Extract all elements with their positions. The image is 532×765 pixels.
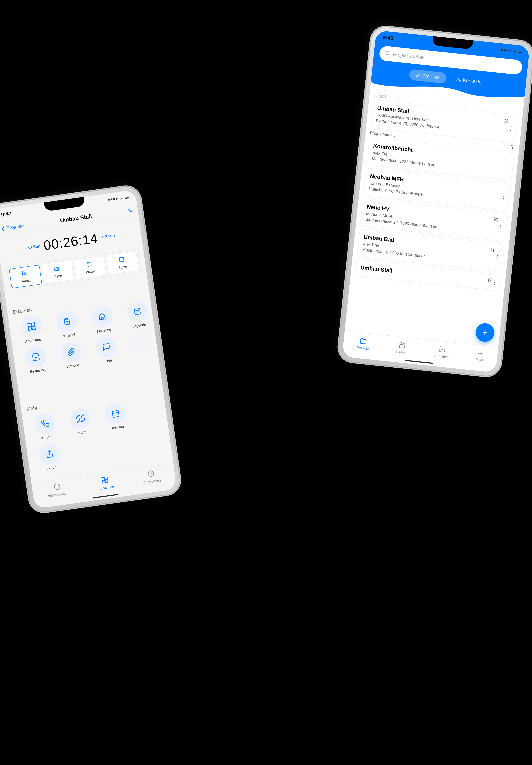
- auswertung-icon: [147, 470, 155, 479]
- legende-item[interactable]: Legende: [120, 299, 156, 330]
- tabbar-1: Informationen Funktionen: [31, 463, 177, 509]
- anrufen-circle: [34, 412, 57, 435]
- battery-icon-2: ▬: [518, 50, 522, 54]
- material-item[interactable]: Material: [49, 309, 86, 340]
- phone-2: 9:46 ▲ ▬ Projekt: [337, 26, 532, 377]
- svg-line-43: [401, 343, 402, 344]
- termine-bottom-label: Termine: [395, 350, 408, 355]
- svg-marker-40: [511, 145, 515, 149]
- svg-rect-33: [105, 477, 107, 480]
- karte-label: Karte: [78, 430, 87, 435]
- edit-icon[interactable]: ✎: [128, 207, 133, 214]
- arbeit-icon: [21, 270, 29, 278]
- phone-1-screen: 9:47 ▲ ▬ ❮ Projekte Umbau Stall ✎: [0, 190, 177, 509]
- legende-label: Legende: [132, 323, 146, 329]
- tab-projekte-bottom[interactable]: Projekte: [356, 337, 370, 351]
- timer-minus-button[interactable]: - 30 Sek: [25, 244, 40, 251]
- termine-circle: [104, 402, 127, 425]
- svg-line-30: [57, 485, 57, 487]
- tab-informationen[interactable]: Informationen: [47, 482, 69, 498]
- tab-aufgaben-bottom[interactable]: Aufgaben: [434, 346, 450, 359]
- timer-plus-button[interactable]: + 2 Min: [101, 233, 115, 240]
- svg-rect-35: [105, 480, 108, 483]
- fahrt-label: Fahrt: [54, 274, 62, 279]
- filter-icon[interactable]: [510, 145, 515, 150]
- anhang-circle: [60, 341, 83, 363]
- search-icon: [384, 50, 390, 57]
- bestellliste-label: Bestelllist.: [30, 368, 46, 374]
- signal-dot: [113, 198, 115, 200]
- chat-item[interactable]: Chat: [89, 335, 125, 365]
- svg-line-22: [79, 415, 79, 421]
- pause-icon: [86, 261, 93, 269]
- arbeit-button[interactable]: Arbeit: [9, 265, 42, 289]
- more-icon[interactable]: ⋮: [508, 125, 514, 132]
- more-icon-2[interactable]: ⋮: [497, 223, 504, 231]
- svg-rect-1: [24, 271, 26, 273]
- svg-line-38: [388, 54, 389, 55]
- contacts-icon: [456, 77, 461, 82]
- back-button-1[interactable]: ❮ Projekte: [1, 223, 24, 232]
- wifi-icon-1: ▲: [119, 196, 123, 201]
- svg-line-18: [136, 311, 139, 311]
- export-item[interactable]: Export: [32, 441, 68, 472]
- battery-icon-1: ▬: [125, 195, 129, 200]
- tasks-icon: [438, 346, 446, 354]
- signal-dot: [506, 49, 508, 51]
- more-icon-4[interactable]: ⋮: [492, 279, 498, 286]
- more-icon-1[interactable]: ⋮: [501, 193, 507, 200]
- arbeitsrapport-item[interactable]: Arbeitsrap.: [14, 314, 50, 345]
- svg-rect-14: [65, 319, 68, 320]
- volume-up-button-2[interactable]: [366, 66, 368, 78]
- fahrt-button[interactable]: Fahrt: [41, 260, 74, 284]
- svg-line-16: [66, 323, 68, 323]
- signal-dot: [108, 199, 110, 201]
- material-label: Material: [62, 333, 75, 338]
- volume-down-button-2[interactable]: [364, 82, 367, 94]
- tab-funktionen[interactable]: Funktionen: [96, 475, 114, 491]
- bestellliste-circle: [24, 346, 47, 368]
- bestellliste-item[interactable]: Bestelllist.: [18, 345, 55, 375]
- karte-item[interactable]: Karte: [63, 406, 99, 436]
- stopp-label: Stopp: [118, 265, 128, 270]
- anhang-label: Anhang: [67, 363, 79, 369]
- folder-icon: [360, 338, 367, 346]
- messung-item[interactable]: Messung: [84, 304, 121, 335]
- filter-label[interactable]: Projektname ↓: [370, 130, 396, 138]
- back-label: Projekte: [6, 223, 24, 231]
- more-icon-3[interactable]: ⋮: [494, 254, 500, 261]
- export-circle: [38, 442, 61, 465]
- svg-line-15: [66, 321, 68, 322]
- tab-termine-bottom[interactable]: Termine: [395, 341, 409, 355]
- signal-dot: [504, 49, 506, 51]
- svg-rect-3: [24, 273, 26, 275]
- svg-line-44: [400, 345, 405, 345]
- link-icon-2: ⛓: [493, 217, 498, 222]
- tab-mehr-bottom[interactable]: ••• Mehr: [475, 351, 484, 362]
- anhang-item[interactable]: Anhang: [53, 340, 90, 370]
- power-button-2[interactable]: [528, 91, 531, 107]
- svg-rect-34: [102, 480, 105, 483]
- status-icons-1: ▲ ▬: [108, 195, 129, 202]
- calendar-icon-bottom: [399, 342, 406, 350]
- tab-auswertung[interactable]: Auswertung: [142, 469, 161, 485]
- power-button[interactable]: [145, 229, 148, 244]
- pause-button[interactable]: Pause: [73, 256, 106, 280]
- mehr-bottom-label: Mehr: [475, 358, 483, 362]
- svg-line-23: [82, 416, 82, 422]
- link-icon-3: ⛓: [490, 247, 495, 253]
- erfassen-section: Erfassen Arbeitsrap.: [7, 287, 158, 376]
- termine-item[interactable]: Termine: [98, 401, 134, 432]
- svg-line-27: [113, 412, 119, 413]
- phone-1: 9:47 ▲ ▬ ❮ Projekte Umbau Stall ✎: [0, 185, 182, 513]
- status-icons-2: ▲ ▬: [501, 48, 522, 54]
- anrufen-item[interactable]: Anrufen: [28, 411, 64, 441]
- fab-plus-icon: +: [482, 327, 488, 338]
- svg-rect-41: [399, 343, 405, 348]
- messung-circle: [91, 305, 113, 328]
- svg-line-19: [136, 312, 139, 312]
- status-time-2: 9:46: [383, 34, 394, 41]
- silent-switch-2[interactable]: [367, 58, 369, 66]
- stopp-button[interactable]: Stopp: [106, 251, 139, 275]
- more-icon-0[interactable]: ⋮: [504, 163, 510, 170]
